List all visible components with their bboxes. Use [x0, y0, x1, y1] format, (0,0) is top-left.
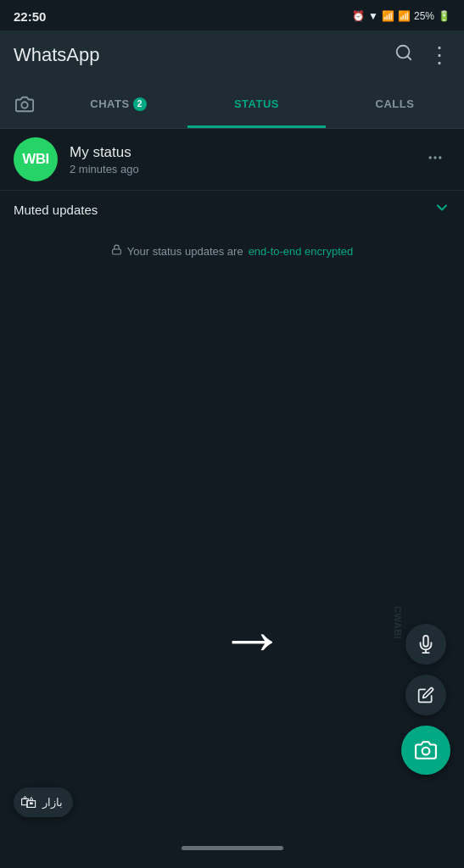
header: WhatsApp ⋮	[0, 31, 464, 80]
content-area: WBI My status 2 minutes ago Muted update…	[0, 129, 464, 266]
bazaar-badge[interactable]: 🛍 بازار	[14, 787, 73, 817]
muted-chevron-icon	[433, 199, 450, 220]
tab-calls[interactable]: CALLS	[326, 80, 464, 128]
signal-icon1: 📶	[382, 10, 394, 22]
tab-calls-label: CALLS	[376, 97, 415, 110]
tab-chats-label: CHATS	[90, 97, 129, 110]
encryption-text: Your status updates are	[127, 245, 243, 258]
svg-point-5	[439, 156, 441, 159]
my-status-name: My status	[70, 144, 420, 161]
wifi-icon: ▼	[368, 10, 378, 22]
edit-fab-button[interactable]	[405, 675, 446, 715]
my-status-row[interactable]: WBI My status 2 minutes ago	[0, 129, 464, 191]
battery-text: 25%	[414, 10, 434, 22]
alarm-icon: ⏰	[352, 10, 365, 22]
muted-updates-label: Muted updates	[14, 203, 98, 217]
my-status-more-button[interactable]	[420, 142, 450, 177]
tab-status-label: STATUS	[234, 97, 279, 110]
search-icon[interactable]	[394, 43, 413, 67]
lock-icon	[111, 244, 122, 258]
svg-point-3	[429, 156, 432, 159]
bazaar-label: بازار	[42, 796, 63, 809]
battery-icon: 🔋	[438, 10, 450, 22]
status-bar: 22:50 ⏰ ▼ 📶 📶 25% 🔋	[0, 0, 464, 31]
tab-camera-icon[interactable]	[0, 95, 49, 114]
app-title: WhatsApp	[14, 44, 100, 66]
bottom-nav-bar	[0, 827, 464, 868]
tab-chats[interactable]: CHATS 2	[49, 80, 187, 128]
mic-fab-button[interactable]	[405, 624, 446, 665]
svg-point-9	[422, 748, 430, 755]
arrow-decoration: →	[219, 605, 287, 673]
my-status-avatar: WBI	[14, 137, 58, 181]
bazaar-icon: 🛍	[20, 793, 37, 812]
encryption-notice: Your status updates are end-to-end encry…	[0, 229, 464, 266]
signal-icon2: 📶	[398, 10, 411, 22]
svg-point-2	[21, 102, 27, 108]
fab-area	[401, 624, 450, 775]
svg-point-4	[433, 156, 436, 159]
status-time: 22:50	[14, 9, 46, 24]
tab-chats-badge: 2	[133, 97, 147, 111]
camera-fab-button[interactable]	[401, 726, 450, 775]
status-icons: ⏰ ▼ 📶 📶 25% 🔋	[352, 10, 450, 22]
home-indicator	[182, 846, 283, 850]
tab-status[interactable]: STATUS	[187, 80, 326, 128]
svg-line-1	[407, 56, 411, 59]
svg-rect-6	[112, 249, 120, 254]
encryption-link[interactable]: end-to-end encrypted	[249, 245, 354, 258]
more-menu-icon[interactable]: ⋮	[428, 42, 450, 69]
tabs-bar: CHATS 2 STATUS CALLS	[0, 80, 464, 129]
my-status-info: My status 2 minutes ago	[70, 144, 420, 175]
muted-updates-row[interactable]: Muted updates	[0, 191, 464, 229]
header-actions: ⋮	[394, 42, 450, 69]
my-status-time: 2 minutes ago	[70, 163, 420, 175]
